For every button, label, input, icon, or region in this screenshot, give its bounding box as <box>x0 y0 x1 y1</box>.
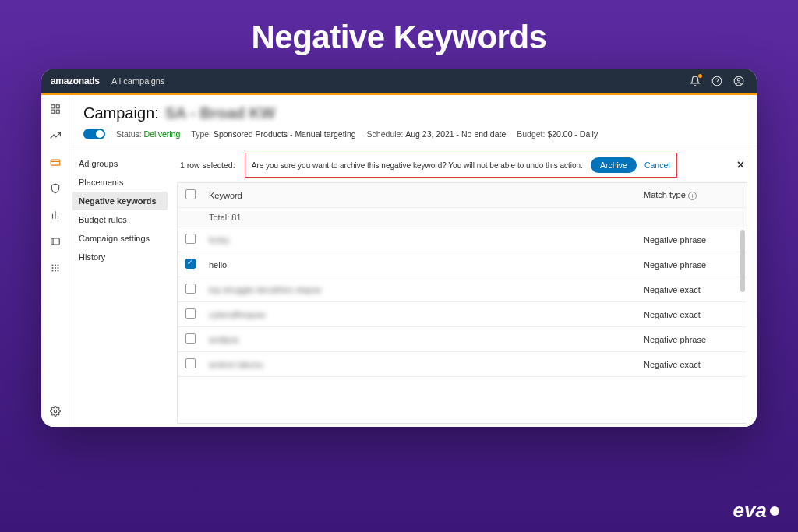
app-window: amazonads All campaigns <box>41 69 757 427</box>
sidenav-budget-rules[interactable]: Budget rules <box>69 210 171 229</box>
svg-rect-8 <box>51 160 60 165</box>
svg-point-3 <box>737 79 740 82</box>
row-checkbox[interactable] <box>185 234 196 244</box>
svg-point-20 <box>57 267 58 269</box>
svg-point-18 <box>51 267 53 269</box>
status-label: Status: <box>116 129 142 139</box>
svg-point-22 <box>55 270 56 272</box>
sidenav-negative-keywords[interactable]: Negative keywords <box>72 192 168 210</box>
svg-point-23 <box>57 270 58 272</box>
rows-selected-text: 1 row selected: <box>177 159 238 171</box>
col-keyword[interactable]: Keyword <box>203 183 637 208</box>
trending-icon[interactable] <box>49 129 62 142</box>
sidenav-campaign-settings[interactable]: Campaign settings <box>69 229 171 248</box>
close-icon[interactable]: × <box>734 158 747 172</box>
type-value: Sponsored Products - Manual targeting <box>214 129 356 139</box>
notification-dot <box>698 74 702 78</box>
table-row: helloNegative phrase <box>178 252 747 277</box>
action-bar: 1 row selected: Are you sure you want to… <box>177 153 747 178</box>
bell-icon[interactable] <box>687 72 704 90</box>
schedule-label: Schedule: <box>367 129 404 139</box>
campaign-title: Campaign: SA - Broad KW <box>83 104 743 122</box>
keyword-cell: top struggle-decathlon elapse <box>203 277 637 302</box>
keyword-cell: andron lakunu <box>203 352 637 377</box>
svg-rect-5 <box>56 105 59 108</box>
help-icon[interactable] <box>708 72 726 90</box>
scrollbar[interactable] <box>740 230 745 292</box>
svg-point-24 <box>54 410 57 413</box>
bar-chart-icon[interactable] <box>49 209 62 221</box>
svg-rect-7 <box>56 110 59 113</box>
svg-point-19 <box>55 267 56 269</box>
schedule-value: Aug 23, 2021 - No end date <box>405 129 506 139</box>
cancel-button[interactable]: Cancel <box>644 160 670 170</box>
col-match-type[interactable]: Match typei <box>637 183 747 208</box>
table-row: andron lakunuNegative exact <box>178 352 747 377</box>
budget-label: Budget: <box>517 129 545 139</box>
svg-point-21 <box>51 270 53 272</box>
campaign-name-blurred: SA - Broad KW <box>165 104 275 122</box>
table-row: cyberaffrequesNegative exact <box>178 302 747 327</box>
info-icon[interactable]: i <box>688 192 697 200</box>
campaign-header: Campaign: SA - Broad KW Status: Deliveri… <box>69 95 757 146</box>
match-type-cell: Negative exact <box>637 277 747 302</box>
archive-button[interactable]: Archive <box>591 157 637 173</box>
svg-point-16 <box>55 265 56 266</box>
keyword-cell: cyberaffreques <box>203 302 637 327</box>
status-value: Delivering <box>144 129 181 139</box>
row-checkbox[interactable] <box>185 259 196 269</box>
row-checkbox[interactable] <box>185 333 196 344</box>
svg-point-17 <box>57 265 58 266</box>
archive-confirm-box: Are you sure you want to archive this ne… <box>245 153 677 178</box>
match-type-cell: Negative phrase <box>637 252 747 277</box>
wallet-icon[interactable] <box>49 156 62 168</box>
campaign-title-prefix: Campaign: <box>83 104 159 122</box>
video-icon[interactable] <box>49 235 62 248</box>
user-icon[interactable] <box>730 72 747 90</box>
sidenav-placements[interactable]: Placements <box>69 173 171 192</box>
match-type-cell: Negative phrase <box>637 227 747 252</box>
apps-icon[interactable] <box>49 262 62 274</box>
row-checkbox[interactable] <box>185 284 196 294</box>
watermark-logo: eva <box>733 499 779 523</box>
table-row: funkyNegative phrase <box>178 227 747 252</box>
keyword-cell: hello <box>203 252 637 277</box>
sidenav-history[interactable]: History <box>69 248 171 266</box>
sidenav-ad-groups[interactable]: Ad groups <box>69 154 171 173</box>
select-all-checkbox[interactable] <box>185 189 196 199</box>
total-row: Total: 81 <box>203 208 637 227</box>
shield-icon[interactable] <box>49 182 62 195</box>
dashboard-icon[interactable] <box>49 103 62 115</box>
keyword-cell: andipos <box>203 327 637 352</box>
table-row: top struggle-decathlon elapseNegative ex… <box>178 277 747 302</box>
topbar: amazonads All campaigns <box>41 69 757 93</box>
nav-all-campaigns[interactable]: All campaigns <box>111 76 164 86</box>
sidenav: Ad groups Placements Negative keywords B… <box>69 146 171 427</box>
left-rail <box>41 95 69 427</box>
svg-rect-13 <box>51 238 59 245</box>
svg-rect-6 <box>51 110 54 113</box>
row-checkbox[interactable] <box>185 308 196 319</box>
row-checkbox[interactable] <box>185 358 196 368</box>
confirm-message: Are you sure you want to archive this ne… <box>252 161 583 170</box>
gear-icon[interactable] <box>49 405 62 417</box>
page-hero-title: Negative Keywords <box>0 0 798 69</box>
keywords-table: Keyword Match typei Total: 81 funkyNegat… <box>177 182 747 424</box>
match-type-cell: Negative phrase <box>637 327 747 352</box>
match-type-cell: Negative exact <box>637 302 747 327</box>
brand-logo[interactable]: amazonads <box>51 76 94 86</box>
match-type-cell: Negative exact <box>637 352 747 377</box>
svg-point-15 <box>51 265 53 266</box>
status-toggle[interactable] <box>83 129 105 139</box>
table-row: andiposNegative phrase <box>178 327 747 352</box>
budget-value: $20.00 - Daily <box>547 129 598 139</box>
svg-rect-4 <box>51 105 54 108</box>
type-label: Type: <box>191 129 211 139</box>
keyword-cell: funky <box>203 227 637 252</box>
